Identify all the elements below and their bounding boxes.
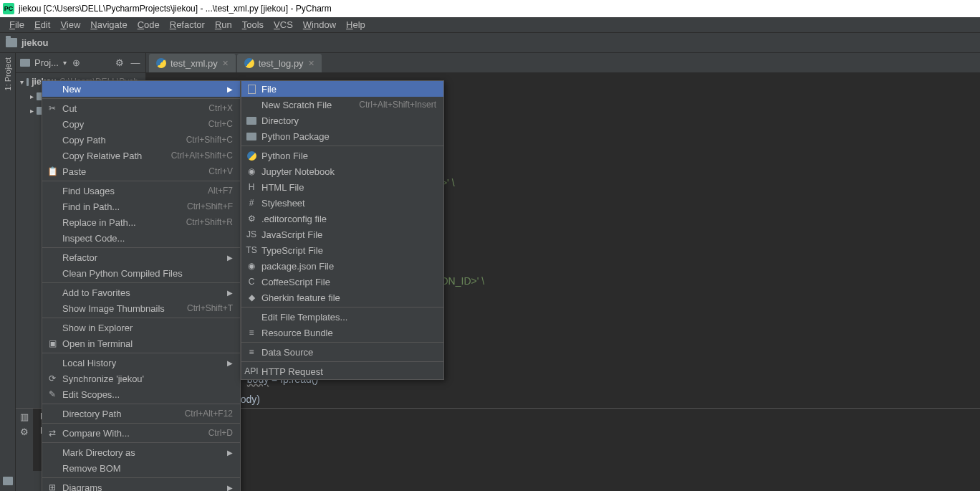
target-icon[interactable]: ⊕ — [71, 57, 82, 69]
menu-item[interactable]: New▶ — [42, 81, 240, 97]
close-icon[interactable]: ✕ — [308, 59, 314, 68]
menu-tools[interactable]: Tools — [237, 18, 269, 32]
menu-item[interactable]: Directory PathCtrl+Alt+F12 — [42, 406, 240, 421]
menu-item-label: File — [261, 84, 436, 95]
new-submenu: FileNew Scratch FileCtrl+Alt+Shift+Inser… — [241, 80, 444, 380]
menu-item[interactable]: Find in Path...Ctrl+Shift+F — [42, 199, 240, 214]
menu-item[interactable]: Add to Favorites▶ — [42, 285, 240, 300]
menu-run[interactable]: Run — [210, 18, 237, 32]
menu-item-icon — [246, 83, 257, 95]
menu-item-label: Stylesheet — [261, 198, 436, 209]
menu-item[interactable]: APIHTTP Request — [241, 363, 443, 379]
menu-item[interactable]: ✎Edit Scopes... — [42, 386, 240, 402]
menu-item-label: Add to Favorites — [62, 287, 223, 298]
menu-item-icon — [47, 201, 58, 212]
menu-item-icon — [246, 115, 257, 126]
menu-edit[interactable]: Edit — [29, 18, 55, 32]
menu-item[interactable]: 📋PasteCtrl+V — [42, 163, 240, 179]
chevron-right-icon: ▸ — [30, 107, 34, 115]
menu-item-icon: ⇄ — [47, 427, 58, 439]
submenu-arrow-icon: ▶ — [227, 85, 233, 93]
left-gutter: 1: Project — [0, 53, 16, 491]
menu-item-icon — [47, 408, 58, 419]
menu-item[interactable]: Replace in Path...Ctrl+Shift+R — [42, 214, 240, 230]
menu-item-label: Edit Scopes... — [62, 389, 233, 400]
menu-item[interactable]: Copy PathCtrl+Shift+C — [42, 132, 240, 148]
menu-item[interactable]: Local History▶ — [42, 355, 240, 371]
menu-item[interactable]: ≡Data Source — [241, 344, 443, 360]
menu-item[interactable]: CCoffeeScript File — [241, 274, 443, 290]
menu-item-icon — [246, 150, 257, 161]
menu-item-label: Python File — [261, 151, 436, 161]
project-tool-button[interactable]: 1: Project — [4, 57, 12, 90]
gear-icon[interactable]: ⚙ — [114, 57, 125, 69]
menu-help[interactable]: Help — [341, 18, 370, 32]
menu-item[interactable]: ◆Gherkin feature file — [241, 290, 443, 305]
menu-shortcut: Ctrl+X — [208, 103, 233, 113]
menu-item[interactable]: Clean Python Compiled Files — [42, 265, 240, 281]
menu-item[interactable]: Show in Explorer — [42, 320, 240, 335]
separator — [42, 353, 240, 353]
menu-item[interactable]: CopyCtrl+C — [42, 116, 240, 132]
menu-window[interactable]: Window — [298, 18, 341, 32]
collapse-icon[interactable]: — — [130, 57, 141, 69]
menu-item-label: New — [62, 84, 223, 95]
menu-view[interactable]: View — [55, 18, 85, 32]
menu-item[interactable]: ⚙.editorconfig file — [241, 211, 443, 227]
menu-item[interactable]: Inspect Code... — [42, 230, 240, 246]
menu-item[interactable]: JSJavaScript File — [241, 227, 443, 242]
menu-item-label: Edit File Templates... — [261, 312, 436, 323]
menu-item[interactable]: HHTML File — [241, 179, 443, 195]
menu-item-icon: ✂ — [47, 103, 58, 114]
close-icon[interactable]: ✕ — [222, 59, 229, 68]
menu-item[interactable]: Copy Relative PathCtrl+Alt+Shift+C — [42, 148, 240, 163]
menu-item-label: Remove BOM — [62, 463, 233, 474]
menu-item[interactable]: ▣Open in Terminal — [42, 335, 240, 351]
menu-item[interactable]: Edit File Templates... — [241, 309, 443, 325]
breadcrumb-root[interactable]: jiekou — [21, 37, 49, 48]
menu-item[interactable]: ≡Resource Bundle — [241, 325, 443, 340]
menu-item[interactable]: Remove BOM — [42, 460, 240, 476]
menu-item[interactable]: File — [241, 81, 443, 97]
menu-shortcut: Ctrl+Shift+R — [186, 217, 233, 227]
settings-icon[interactable]: ⚙ — [20, 426, 29, 437]
menu-item[interactable]: TSTypeScript File — [241, 242, 443, 258]
editor-tab[interactable]: test_log.py✕ — [237, 54, 322, 72]
menu-item-label: Python Package — [261, 131, 436, 142]
editor-tab[interactable]: test_xml.py✕ — [149, 54, 236, 72]
menu-vcs[interactable]: VCS — [269, 18, 298, 32]
menu-item-icon — [47, 357, 58, 368]
menu-item[interactable]: New Scratch FileCtrl+Alt+Shift+Insert — [241, 97, 443, 113]
chevron-down-icon[interactable]: ▾ — [63, 59, 67, 67]
menu-item[interactable]: Python Package — [241, 128, 443, 144]
menu-item[interactable]: ◉Jupyter Notebook — [241, 163, 443, 179]
stats-icon[interactable]: ▥ — [20, 411, 29, 422]
menu-item[interactable]: Find UsagesAlt+F7 — [42, 183, 240, 199]
separator — [241, 361, 443, 362]
menu-item[interactable]: ⇄Compare With...Ctrl+D — [42, 425, 240, 441]
menu-navigate[interactable]: Navigate — [85, 18, 132, 32]
menu-refactor[interactable]: Refactor — [165, 18, 210, 32]
menu-item-icon: ✎ — [47, 388, 58, 400]
menu-item-icon — [47, 322, 58, 333]
menu-item[interactable]: ⊞Diagrams▶ — [42, 480, 240, 491]
menu-item[interactable]: Mark Directory as▶ — [42, 444, 240, 460]
menu-item-icon — [47, 83, 58, 95]
menu-item[interactable]: Directory — [241, 113, 443, 128]
menu-item[interactable]: Python File — [241, 148, 443, 163]
menu-file[interactable]: File — [4, 18, 29, 32]
menu-item[interactable]: #Stylesheet — [241, 195, 443, 211]
menu-item-label: TypeScript File — [261, 245, 436, 256]
menu-shortcut: Ctrl+Alt+Shift+Insert — [359, 100, 436, 110]
menu-item[interactable]: ⟳Synchronize 'jiekou' — [42, 371, 240, 386]
menu-code[interactable]: Code — [133, 18, 165, 32]
structure-tool-icon[interactable] — [3, 477, 13, 485]
menu-item[interactable]: Show Image ThumbnailsCtrl+Shift+T — [42, 300, 240, 316]
menu-item[interactable]: Refactor▶ — [42, 249, 240, 265]
menu-item[interactable]: ✂CutCtrl+X — [42, 100, 240, 116]
menu-item[interactable]: ◉package.json File — [241, 258, 443, 274]
menu-item-label: Synchronize 'jiekou' — [62, 373, 233, 384]
project-view-label[interactable]: Proj... — [34, 57, 59, 68]
menu-item-label: Copy — [62, 119, 190, 130]
menu-item-label: Open in Terminal — [62, 338, 233, 349]
